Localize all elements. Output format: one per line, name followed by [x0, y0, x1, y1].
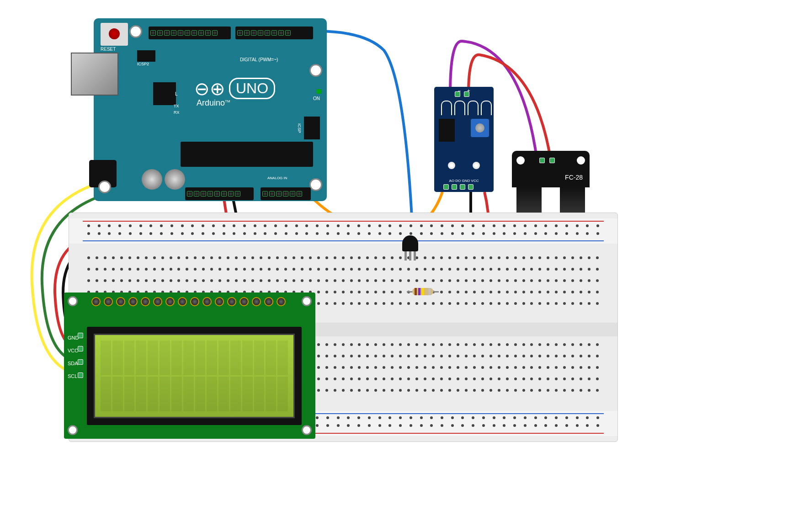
- circuit-diagram: RESET ICSP2 ⊖⊕UNO ArduinoTM L TX RX ON I…: [9, 9, 798, 532]
- module-probe-pins: [455, 91, 469, 97]
- reset-label: RESET: [101, 47, 116, 52]
- capacitor: [165, 169, 185, 190]
- chip: [153, 82, 176, 105]
- power-header: [185, 187, 254, 200]
- icsp-label: ICSP: [297, 123, 302, 133]
- probe-pins: [539, 158, 555, 163]
- lcd-16x2-i2c: GND VCC SDA SCL: [64, 293, 315, 439]
- module-caps: [441, 101, 492, 115]
- arduino-logo: ⊖⊕UNO: [194, 78, 275, 99]
- icsp-header: [304, 117, 320, 139]
- module-output-pins: [443, 184, 473, 190]
- power-led: [473, 162, 480, 169]
- module-pin-labels: AO DO GND VCC: [434, 179, 494, 183]
- i2c-pin-labels: GND VCC SDA SCL: [68, 331, 79, 383]
- digital-header-1: [149, 27, 231, 39]
- soil-moisture-module: − + AO DO GND VCC: [434, 87, 494, 192]
- arduino-brand: ArduinoTM: [197, 98, 230, 108]
- mounting-hole: [516, 156, 525, 165]
- atmega-ic: [181, 142, 313, 167]
- probe-pcb: FC-28: [512, 151, 590, 187]
- potentiometer: [471, 119, 489, 137]
- mounting-hole: [302, 425, 312, 435]
- capacitor: [142, 169, 162, 190]
- mounting-hole: [309, 178, 322, 191]
- reset-button: [101, 23, 128, 46]
- lcd-screen: [94, 334, 295, 418]
- on-led: [317, 89, 321, 94]
- mounting-hole: [98, 181, 111, 193]
- lcd-bezel: [87, 327, 302, 425]
- usb-connector: [71, 53, 118, 96]
- resistor: [407, 288, 439, 295]
- do-led: [448, 162, 455, 169]
- on-label: ON: [313, 96, 320, 101]
- i2c-pins: [78, 333, 83, 386]
- mounting-hole: [577, 156, 585, 165]
- l-led-label: L: [175, 91, 178, 96]
- comparator-ic: [439, 119, 455, 142]
- digital-header-2: [235, 27, 313, 39]
- txrx-labels: TX RX: [174, 103, 180, 116]
- analog-in-label: ANALOG IN: [267, 176, 287, 180]
- mounting-hole: [68, 296, 78, 306]
- lcd-header-pins: [91, 297, 286, 306]
- lcd-character-grid: [95, 335, 293, 417]
- icsp2-header: [137, 50, 155, 62]
- fc28-label: FC-28: [565, 174, 583, 181]
- mounting-hole: [129, 25, 142, 38]
- mounting-hole: [309, 64, 322, 77]
- mounting-hole: [302, 296, 312, 306]
- arduino-uno-board: RESET ICSP2 ⊖⊕UNO ArduinoTM L TX RX ON I…: [94, 18, 327, 201]
- digital-label: DIGITAL (PWM=~): [240, 57, 278, 62]
- icsp2-label: ICSP2: [137, 62, 149, 66]
- top-power-rail: [69, 218, 617, 244]
- transistor-to92: [402, 235, 418, 251]
- mounting-hole: [68, 425, 78, 435]
- analog-header: [261, 187, 311, 200]
